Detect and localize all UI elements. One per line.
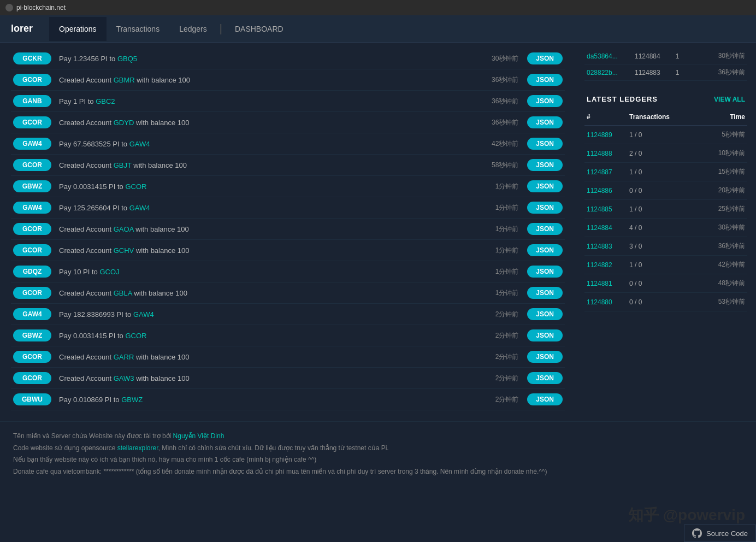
ledger-tx: 0 / 0 [629, 298, 702, 306]
json-button[interactable]: JSON [527, 180, 563, 192]
op-description: Created Account GDYD with balance 100 [59, 119, 475, 127]
operation-row: GAW4Pay 182.8386993 PI to GAW42分钟前JSON [11, 304, 565, 325]
ledger-tx: 1 / 0 [629, 205, 702, 213]
op-badge[interactable]: GBWU [13, 393, 51, 405]
json-button[interactable]: JSON [527, 287, 563, 299]
json-button[interactable]: JSON [527, 159, 563, 171]
ledger-num[interactable]: 1124882 [587, 261, 625, 269]
op-highlight[interactable]: GAW3 [114, 374, 134, 382]
tx-ops: 1 [672, 52, 683, 60]
op-highlight[interactable]: GAW4 [129, 140, 150, 148]
op-highlight[interactable]: GCHV [114, 246, 134, 255]
footer-stellarexplorer-link[interactable]: stellarexplorer [117, 444, 158, 452]
ledger-num[interactable]: 1124881 [587, 280, 625, 287]
ledger-num[interactable]: 1124880 [587, 298, 625, 306]
json-button[interactable]: JSON [527, 223, 563, 235]
ledger-num[interactable]: 1124888 [587, 150, 625, 157]
ledger-time: 48秒钟前 [707, 279, 745, 288]
ledger-num[interactable]: 1124885 [587, 205, 625, 213]
nav-operations[interactable]: Operations [49, 17, 106, 41]
op-badge[interactable]: GCOR [13, 244, 51, 256]
tx-hash[interactable]: 028822b... [587, 69, 630, 76]
watermark-text: 知乎 @powervip [628, 505, 745, 526]
ledger-row: 11248800 / 053秒钟前 [584, 293, 747, 311]
nav-dashboard[interactable]: DASHBOARD [225, 17, 293, 41]
json-button[interactable]: JSON [527, 74, 563, 86]
op-badge[interactable]: GBWZ [13, 329, 51, 341]
op-highlight[interactable]: GCOJ [99, 268, 119, 276]
json-button[interactable]: JSON [527, 351, 563, 363]
ledger-time: 25秒钟前 [707, 204, 745, 214]
op-badge[interactable]: GAW4 [13, 138, 51, 150]
json-button[interactable]: JSON [527, 95, 563, 107]
op-highlight[interactable]: GAOA [114, 225, 134, 233]
footer-author-link[interactable]: Nguyễn Việt Dinh [173, 432, 225, 440]
op-highlight[interactable]: GCOR [125, 182, 146, 191]
op-highlight[interactable]: GAW4 [129, 204, 150, 212]
json-button[interactable]: JSON [527, 52, 563, 64]
op-highlight[interactable]: GBQ5 [117, 55, 137, 63]
op-highlight[interactable]: GBLA [114, 289, 132, 297]
footer-line4: Donate cafe qua vietcombank: ***********… [13, 466, 743, 478]
json-button[interactable]: JSON [527, 308, 563, 320]
ledger-num[interactable]: 1124886 [587, 187, 625, 195]
tx-row: da53864...1124884130秒钟前 [584, 48, 747, 64]
nav-ledgers[interactable]: Ledgers [169, 17, 217, 41]
footer-line2: Code website sử dụng opensource stellare… [13, 443, 743, 455]
op-description: Created Account GBLA with balance 100 [59, 289, 475, 297]
operation-row: GCORCreated Account GCHV with balance 10… [11, 240, 565, 261]
op-badge[interactable]: GCOR [13, 223, 51, 235]
op-highlight[interactable]: GDYD [114, 119, 134, 127]
operation-row: GCORCreated Account GBMR with balance 10… [11, 69, 565, 91]
ledger-num[interactable]: 1124889 [587, 131, 625, 139]
json-button[interactable]: JSON [527, 116, 563, 128]
tx-hash[interactable]: da53864... [587, 52, 630, 60]
op-badge[interactable]: GCOR [13, 159, 51, 171]
op-badge[interactable]: GBWZ [13, 180, 51, 192]
json-button[interactable]: JSON [527, 138, 563, 150]
op-time: 2分钟前 [475, 374, 518, 383]
op-highlight[interactable]: GARR [114, 353, 134, 361]
op-badge[interactable]: GCOR [13, 74, 51, 86]
operation-row: GBWUPay 0.010869 PI to GBWZ2分钟前JSON [11, 389, 565, 410]
json-button[interactable]: JSON [527, 372, 563, 384]
view-all-link[interactable]: VIEW ALL [714, 96, 745, 103]
operation-row: GAW4Pay 67.5683525 PI to GAW442秒钟前JSON [11, 133, 565, 155]
source-code-badge[interactable]: Source Code [684, 525, 756, 542]
json-button[interactable]: JSON [527, 244, 563, 256]
op-badge[interactable]: GAW4 [13, 308, 51, 320]
op-highlight[interactable]: GCOR [125, 332, 146, 340]
right-panel: da53864...1124884130秒钟前028822b...1124883… [576, 48, 756, 410]
ledger-num[interactable]: 1124883 [587, 243, 625, 250]
op-highlight[interactable]: GBMR [114, 76, 135, 84]
op-badge[interactable]: GCOR [13, 287, 51, 299]
json-button[interactable]: JSON [527, 202, 563, 214]
json-button[interactable]: JSON [527, 329, 563, 341]
op-time: 1分钟前 [475, 182, 518, 191]
ledger-time: 53秒钟前 [707, 297, 745, 307]
nav-transactions[interactable]: Transactions [107, 17, 170, 41]
op-badge[interactable]: GDQZ [13, 266, 51, 278]
op-description: Pay 0.010869 PI to GBWZ [59, 396, 475, 404]
col-time: Time [707, 113, 745, 121]
op-highlight[interactable]: GBJT [114, 161, 132, 169]
ledger-num[interactable]: 1124884 [587, 224, 625, 232]
ledger-tx: 2 / 0 [629, 150, 702, 157]
ledger-time: 20秒钟前 [707, 186, 745, 195]
op-badge[interactable]: GCOR [13, 116, 51, 128]
json-button[interactable]: JSON [527, 393, 563, 405]
ledger-tx: 1 / 0 [629, 261, 702, 269]
op-badge[interactable]: GCOR [13, 372, 51, 384]
json-button[interactable]: JSON [527, 266, 563, 278]
op-badge[interactable]: GANB [13, 95, 51, 107]
op-badge[interactable]: GCOR [13, 351, 51, 363]
op-highlight[interactable]: GBWZ [121, 396, 143, 404]
ledger-row: 11248891 / 05秒钟前 [584, 126, 747, 144]
ledger-row: 11248821 / 042秒钟前 [584, 256, 747, 274]
op-highlight[interactable]: GAW4 [133, 310, 154, 319]
op-badge[interactable]: GCKR [13, 52, 51, 64]
footer-line3: Nếu bạn thấy website này có ích và bạn t… [13, 454, 743, 466]
op-badge[interactable]: GAW4 [13, 202, 51, 214]
ledger-num[interactable]: 1124887 [587, 168, 625, 176]
op-highlight[interactable]: GBC2 [96, 97, 115, 105]
